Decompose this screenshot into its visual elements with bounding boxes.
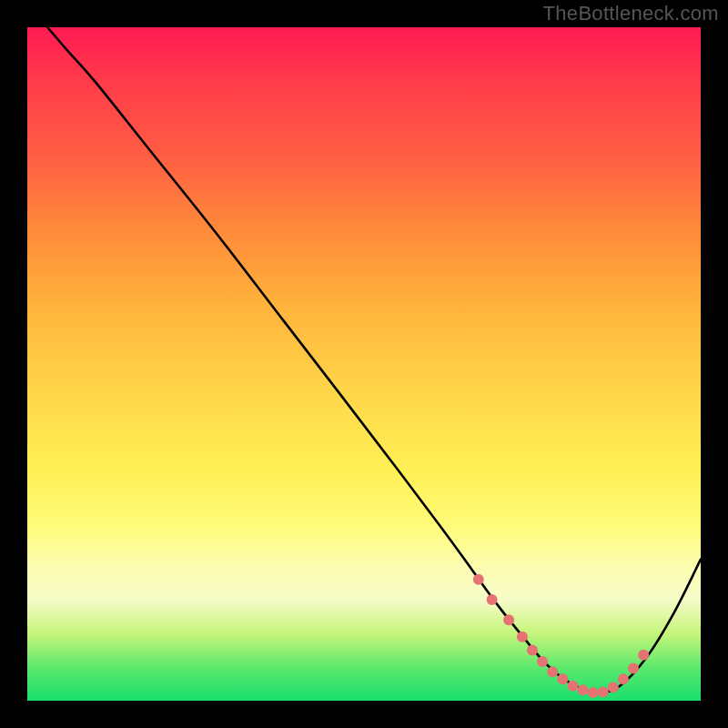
chart-outer-frame: TheBottleneck.com — [0, 0, 728, 728]
highlight-dot-group — [473, 574, 649, 698]
highlight-dot — [567, 681, 578, 692]
highlight-dot — [503, 614, 514, 625]
highlight-dot — [487, 594, 498, 605]
highlight-dot — [578, 684, 589, 695]
highlight-dot — [547, 666, 558, 677]
highlight-dot — [557, 673, 568, 684]
highlight-dot — [628, 662, 639, 673]
bottleneck-curve — [47, 27, 701, 693]
highlight-dot — [537, 656, 548, 667]
highlight-dot — [588, 687, 599, 698]
highlight-dot — [638, 650, 649, 661]
highlight-dot — [608, 682, 619, 693]
highlight-dot — [527, 645, 538, 656]
highlight-dot — [618, 673, 629, 684]
watermark-label: TheBottleneck.com — [543, 2, 719, 25]
highlight-dot — [517, 632, 528, 642]
curve-layer — [27, 27, 701, 701]
plot-area — [27, 27, 701, 701]
highlight-dot — [598, 686, 609, 697]
highlight-dot — [473, 574, 484, 585]
